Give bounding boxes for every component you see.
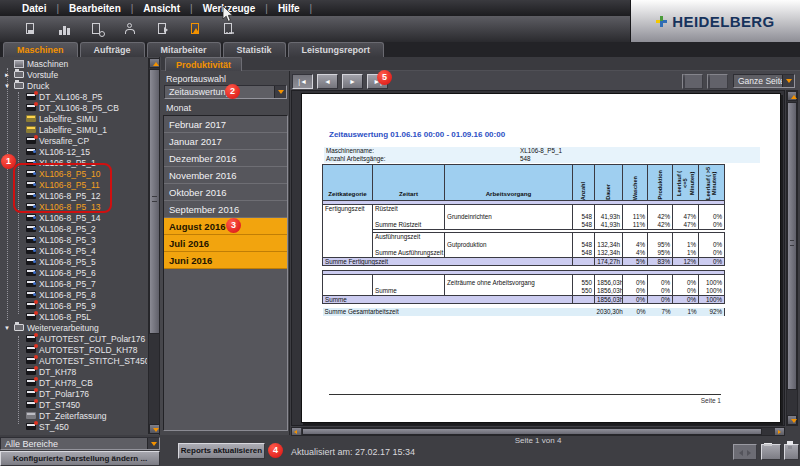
operator-settings-icon[interactable] <box>123 22 138 37</box>
tree-item[interactable]: XL106-8_P5_9 <box>1 300 147 311</box>
tree-item[interactable]: ▼ Weiterverarbeitung <box>1 322 147 333</box>
tree-item[interactable]: Labelfire_SIMU_1 <box>1 124 147 135</box>
month-item[interactable]: Juli 2016 <box>164 235 287 252</box>
expand-arrow-icon[interactable]: ▼ <box>3 325 11 331</box>
main-tab[interactable]: Aufträge <box>80 42 145 57</box>
month-item[interactable]: Januar 2017 <box>164 133 287 150</box>
month-item[interactable]: November 2016 <box>164 167 287 184</box>
machine-icon <box>26 137 36 144</box>
main-tab[interactable]: Statistik <box>223 42 286 57</box>
scrollbar-thumb[interactable] <box>787 102 797 390</box>
first-page-button[interactable]: |◄ <box>292 74 313 89</box>
tree-item[interactable]: XL106-8_P5_14 <box>1 212 147 223</box>
main-tab[interactable]: Maschinen <box>3 42 78 57</box>
document-export-icon[interactable] <box>156 22 171 37</box>
update-reports-button[interactable]: Reports aktualisieren <box>178 443 265 459</box>
month-item-label: Juni 2016 <box>169 255 212 266</box>
machine-icon <box>26 236 36 243</box>
tree-item[interactable]: ST_450 <box>1 421 147 432</box>
print-button[interactable] <box>761 444 781 460</box>
next-page-button[interactable]: ► <box>342 74 363 89</box>
menu-item[interactable]: Ansicht <box>143 3 202 14</box>
tree-item[interactable]: DT_XL106-8_P5_CB <box>1 102 147 113</box>
report-viewport: Zeitauswertung 01.06.16 00:00 - 01.09.16… <box>291 90 785 426</box>
tree-item[interactable]: XL106-8_P5_8 <box>1 289 147 300</box>
tree-item[interactable]: DT_XL106-8_P5 <box>1 91 147 102</box>
machine-icon <box>14 71 24 78</box>
machine-settings-icon[interactable] <box>90 22 105 37</box>
tree-item[interactable]: XL106-8_P5_5 <box>1 256 147 267</box>
tree-item[interactable]: Versafire_CP <box>1 135 147 146</box>
bar-chart-icon[interactable] <box>57 22 72 37</box>
tree-item[interactable]: XL106-8_P5_2 <box>1 223 147 234</box>
expand-arrow-icon[interactable]: ► <box>3 72 11 78</box>
tree-item[interactable]: XL106-8_P5_6 <box>1 267 147 278</box>
save-button[interactable] <box>784 444 799 460</box>
zoom-level-select[interactable]: Ganze Seite <box>733 74 795 88</box>
tree-item[interactable]: DT_KH78_CB <box>1 377 147 388</box>
scroll-left-icon[interactable] <box>292 428 301 435</box>
tree-item[interactable]: DT_KH78 <box>1 366 147 377</box>
machine-doc-icon[interactable] <box>24 22 39 37</box>
tree-item[interactable]: Maschinen <box>1 58 147 69</box>
month-item[interactable]: Februar 2017 <box>164 116 287 133</box>
report-horizontal-scrollbar[interactable] <box>291 427 785 436</box>
machine-icon <box>26 269 36 276</box>
menu-item[interactable]: Werkzeuge <box>203 3 278 14</box>
document-list-icon[interactable] <box>222 22 237 37</box>
table-row: Ausführungszeit <box>323 233 725 242</box>
zoom-out-button[interactable] <box>707 74 728 89</box>
info-label: Maschinenname: <box>324 147 520 155</box>
tree-item[interactable]: AUTOTEST_FOLD_KH78 <box>1 344 147 355</box>
tree-item[interactable]: DT_Polar176 <box>1 388 147 399</box>
dropdown-arrow-icon[interactable] <box>274 86 286 98</box>
tree-scrollbar[interactable] <box>148 58 159 434</box>
column-header: Waschen <box>623 165 648 201</box>
report-vertical-scrollbar[interactable] <box>786 90 798 426</box>
month-item[interactable]: Juni 2016 <box>164 252 287 269</box>
month-item[interactable]: September 2016 <box>164 201 287 218</box>
main-tab[interactable]: Mitarbeiter <box>147 42 221 57</box>
tree-item[interactable]: ► Vorstufe <box>1 69 147 80</box>
mouse-cursor <box>222 6 234 23</box>
machine-icon <box>26 280 36 287</box>
scroll-down-icon[interactable] <box>787 415 797 425</box>
menu-item[interactable]: Bearbeiten <box>69 3 143 14</box>
scroll-up-icon[interactable] <box>149 58 160 68</box>
dropdown-arrow-icon[interactable] <box>147 438 159 449</box>
tree-item[interactable]: ▼ Druck <box>1 80 147 91</box>
dropdown-arrow-icon[interactable] <box>782 75 794 87</box>
tree-item[interactable]: XL106-8_P5_4 <box>1 245 147 256</box>
tree-item[interactable]: DT_Zeiterfassung <box>1 410 147 421</box>
configure-view-button[interactable]: Konfigurierte Darstellung ändern ... <box>0 451 160 466</box>
scroll-down-icon[interactable] <box>149 424 160 434</box>
previous-page-button[interactable]: ◄ <box>317 74 338 89</box>
tree-item[interactable]: Labelfire_SIMU <box>1 113 147 124</box>
report-doc-icon[interactable] <box>189 22 204 37</box>
scroll-up-icon[interactable] <box>787 91 797 101</box>
tree-item[interactable]: XL106-8_P5_3 <box>1 234 147 245</box>
tree-item[interactable]: XL106-8_P5_7 <box>1 278 147 289</box>
tree-item[interactable]: XL106-8_P5L <box>1 311 147 322</box>
zoom-in-button[interactable] <box>682 74 703 89</box>
tree-item[interactable]: DT_ST450 <box>1 399 147 410</box>
main-tab[interactable]: Leistungsreport <box>288 42 385 57</box>
menu-item[interactable]: Hilfe <box>278 3 322 14</box>
tab-produktivitaet[interactable]: Produktivität <box>165 57 242 71</box>
report-title: Zeitauswertung 01.06.16 00:00 - 01.09.16… <box>329 130 505 139</box>
scrollbar-thumb[interactable] <box>149 69 160 334</box>
table-row: Summe Rüstzeit 548 41,93h 11% 42% 47% 0% <box>323 221 725 230</box>
month-item[interactable]: Oktober 2016 <box>164 184 287 201</box>
tree-item[interactable]: AUTOTEST_CUT_Polar176 <box>1 333 147 344</box>
month-item[interactable]: Dezember 2016 <box>164 150 287 167</box>
scroll-right-icon[interactable] <box>775 428 784 435</box>
page-step-button[interactable] <box>733 444 757 460</box>
value-cell: 5% <box>623 258 648 266</box>
expand-arrow-icon[interactable]: ▼ <box>3 83 11 89</box>
tree-item[interactable]: XL106-12_15 <box>1 146 147 157</box>
scrollbar-thumb[interactable] <box>302 428 762 435</box>
tree-item[interactable]: AUTOTEST_STITCH_ST450 <box>1 355 147 366</box>
menu-item[interactable]: Datei <box>22 3 69 14</box>
area-select-value: Alle Bereiche <box>1 439 147 449</box>
area-select[interactable]: Alle Bereiche <box>0 437 160 450</box>
